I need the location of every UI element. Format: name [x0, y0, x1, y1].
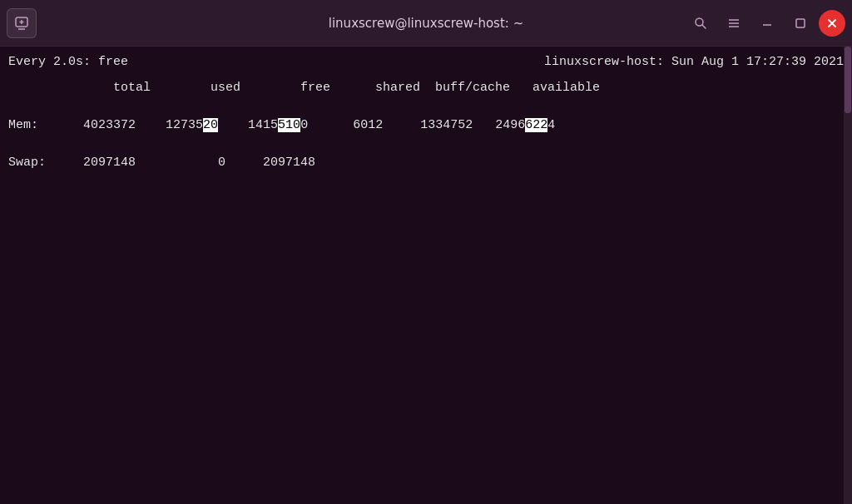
header-row: total used free shared buff/cache availa…	[8, 79, 844, 98]
scrollbar-thumb[interactable]	[845, 47, 851, 113]
window-title: linuxscrew@linuxscrew-host: ~	[329, 16, 523, 31]
terminal-area[interactable]: Every 2.0s: free linuxscrew-host: Sun Au…	[0, 47, 852, 504]
menu-button[interactable]	[719, 8, 749, 38]
swap-free: 2097148	[263, 156, 315, 170]
mem-row: Mem: 4023372 1273520 14155100 6012 13347…	[8, 97, 844, 135]
new-tab-button[interactable]	[7, 8, 37, 38]
mem-used: 1273520	[166, 118, 218, 132]
mem-avail-highlight: 622	[525, 118, 547, 132]
status-right: linuxscrew-host: Sun Aug 1 17:27:39 2021	[544, 53, 844, 72]
svg-rect-10	[796, 19, 805, 27]
mem-buff: 1334752	[420, 118, 473, 132]
mem-free-highlight: 510	[278, 118, 300, 132]
swap-row: Swap: 2097148 0 2097148	[8, 135, 844, 172]
mem-used-highlight: 20	[203, 118, 218, 132]
svg-line-5	[702, 25, 706, 28]
scrollbar[interactable]	[844, 47, 852, 504]
search-button[interactable]	[686, 8, 716, 38]
titlebar: linuxscrew@linuxscrew-host: ~	[0, 0, 852, 47]
status-line: Every 2.0s: free linuxscrew-host: Sun Au…	[8, 53, 844, 72]
maximize-button[interactable]	[785, 8, 815, 38]
close-button[interactable]	[819, 10, 845, 37]
mem-free: 14155100	[248, 118, 308, 132]
swap-used: 0	[218, 156, 225, 170]
mem-label: Mem:	[8, 118, 83, 132]
titlebar-controls	[686, 8, 845, 38]
mem-shared: 6012	[353, 118, 383, 132]
mem-total: 4023372	[83, 118, 136, 132]
swap-total: 2097148	[83, 156, 136, 170]
minimize-button[interactable]	[752, 8, 782, 38]
status-left: Every 2.0s: free	[8, 53, 128, 72]
swap-label: Swap:	[8, 156, 83, 170]
titlebar-left	[7, 8, 37, 38]
